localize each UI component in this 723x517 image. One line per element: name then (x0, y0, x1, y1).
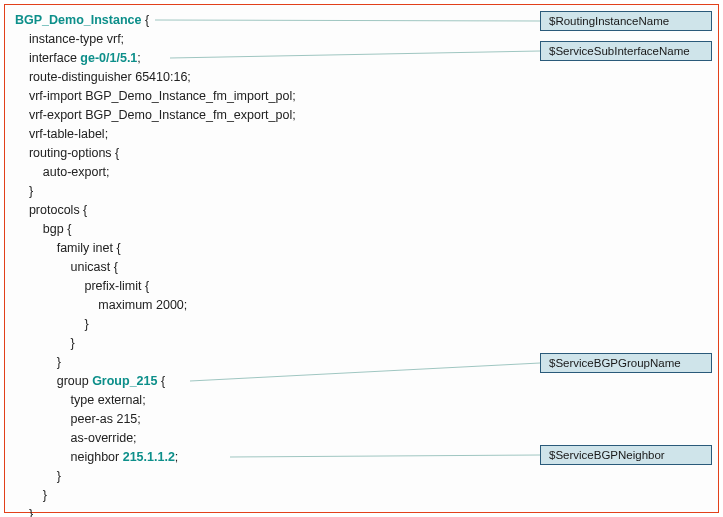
code-line: instance-type vrf; (15, 30, 296, 49)
callout-routing-instance: $RoutingInstanceName (540, 11, 712, 31)
code-line: family inet { (15, 239, 296, 258)
code-line: } (15, 467, 296, 486)
config-code-block: BGP_Demo_Instance { instance-type vrf; i… (15, 11, 296, 517)
code-line: route-distinguisher 65410:16; (15, 68, 296, 87)
highlight-token: ge-0/1/5.1 (80, 51, 137, 65)
code-line: routing-options { (15, 144, 296, 163)
code-line: auto-export; (15, 163, 296, 182)
code-line: maximum 2000; (15, 296, 296, 315)
callout-bgp-group: $ServiceBGPGroupName (540, 353, 712, 373)
code-line: } (15, 182, 296, 201)
code-line: protocols { (15, 201, 296, 220)
code-line: } (15, 505, 296, 517)
code-line: as-override; (15, 429, 296, 448)
callout-bgp-neighbor: $ServiceBGPNeighbor (540, 445, 712, 465)
code-line: } (15, 486, 296, 505)
code-line: neighbor 215.1.1.2; (15, 448, 296, 467)
highlight-token: BGP_Demo_Instance (15, 13, 141, 27)
code-line: } (15, 353, 296, 372)
code-line: vrf-import BGP_Demo_Instance_fm_import_p… (15, 87, 296, 106)
highlight-token: Group_215 (92, 374, 157, 388)
code-line: } (15, 315, 296, 334)
code-line: group Group_215 { (15, 372, 296, 391)
code-line: peer-as 215; (15, 410, 296, 429)
code-line: type external; (15, 391, 296, 410)
code-line: vrf-table-label; (15, 125, 296, 144)
callout-subinterface: $ServiceSubInterfaceName (540, 41, 712, 61)
code-line: BGP_Demo_Instance { (15, 11, 296, 30)
code-line: vrf-export BGP_Demo_Instance_fm_export_p… (15, 106, 296, 125)
code-line: interface ge-0/1/5.1; (15, 49, 296, 68)
code-line: prefix-limit { (15, 277, 296, 296)
code-line: bgp { (15, 220, 296, 239)
code-line: unicast { (15, 258, 296, 277)
config-frame: BGP_Demo_Instance { instance-type vrf; i… (4, 4, 719, 513)
highlight-token: 215.1.1.2 (123, 450, 175, 464)
code-line: } (15, 334, 296, 353)
